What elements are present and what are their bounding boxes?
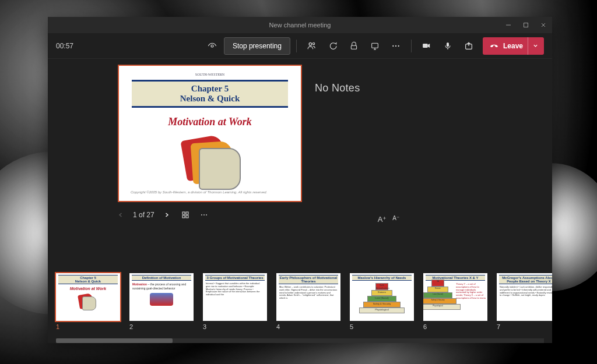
- thumbnail-strip: Chapter 5Nelson & QuickMotivation at Wor…: [48, 270, 552, 343]
- chat-icon[interactable]: [324, 37, 342, 55]
- thumb-body: Max Weber – work contributes to salvatio…: [276, 284, 340, 302]
- svg-point-7: [395, 45, 396, 46]
- slide-more-button[interactable]: [198, 208, 210, 221]
- thumbnail-number: 7: [497, 323, 552, 330]
- thumbnail[interactable]: Motivational Theories X & YPhysiological…: [423, 273, 487, 330]
- thumbnail-number: 1: [56, 323, 120, 330]
- thumbnail-number: 4: [276, 323, 340, 330]
- slide-title: Motivation at Work: [124, 116, 296, 128]
- svg-point-18: [206, 214, 207, 215]
- svg-point-1: [211, 45, 213, 47]
- thumbnail-slide: 3 Groups of Motivational TheoriesInterna…: [203, 273, 267, 321]
- thumb-body: Internal • Suggest that variables within…: [203, 281, 267, 298]
- svg-point-6: [392, 45, 394, 46]
- chapter-line2: Nelson & Quick: [132, 94, 288, 104]
- thumb-band: Definition of Motivation: [132, 275, 191, 281]
- svg-rect-12: [182, 212, 185, 214]
- reactions-icon[interactable]: [345, 37, 363, 55]
- privacy-shield-icon[interactable]: [203, 37, 222, 55]
- svg-point-16: [201, 214, 202, 215]
- svg-rect-15: [186, 215, 188, 218]
- maximize-button[interactable]: [517, 17, 535, 33]
- leave-caret[interactable]: [528, 37, 538, 55]
- svg-point-2: [310, 43, 312, 45]
- rooms-icon[interactable]: [366, 37, 384, 55]
- camera-icon[interactable]: [417, 37, 436, 55]
- thumbnail[interactable]: Maslow's Hierarchy of NeedsPhysiological…: [350, 273, 414, 330]
- thumb-body: Motivation – the process of arousing and…: [129, 281, 194, 292]
- slide-nav: 1 of 27: [114, 206, 292, 224]
- pyramid-graphic: PhysiologicalSafety & SecurityLove (Soci…: [359, 283, 405, 313]
- divider: [411, 40, 412, 52]
- thumb-band: McGregor's Assumptions About People Base…: [499, 275, 552, 284]
- slide-copyright: Copyright ©2005 by South-Western, a divi…: [131, 190, 267, 194]
- chapter-band: Chapter 5 Nelson & Quick: [132, 80, 288, 108]
- thumbnail-number: 3: [203, 323, 267, 330]
- microphone-icon[interactable]: [438, 37, 457, 55]
- thumb-body: Theory Y – a set of assumptions of how t…: [455, 281, 487, 302]
- font-increase-button[interactable]: A⁺: [378, 215, 387, 224]
- stop-presenting-button[interactable]: Stop presenting: [224, 37, 290, 55]
- notes-font-controls: A⁺ A⁻: [378, 215, 399, 224]
- pyramid-graphic: PhysiologicalSafety & SecurityLove (Soci…: [424, 283, 451, 310]
- thumb-body: Naturally indolent • Lack ambition, disl…: [497, 284, 552, 299]
- notes-pane: No Notes: [297, 59, 552, 270]
- thumb-band: Chapter 5Nelson & Quick: [58, 275, 118, 284]
- content-area: SOUTH-WESTERN Chapter 5 Nelson & Quick M…: [48, 59, 552, 270]
- grid-view-button[interactable]: [179, 208, 192, 221]
- slide-counter: 1 of 27: [133, 211, 154, 219]
- more-actions-icon[interactable]: [387, 37, 405, 55]
- divider: [296, 40, 297, 52]
- chapter-line1: Chapter 5: [132, 84, 288, 94]
- thumbnail-slide: Maslow's Hierarchy of NeedsPhysiological…: [350, 273, 414, 321]
- hangup-icon: [490, 41, 498, 50]
- svg-point-8: [398, 45, 399, 46]
- leave-button[interactable]: Leave: [483, 37, 544, 55]
- close-button[interactable]: [535, 17, 552, 33]
- presenter-pane: SOUTH-WESTERN Chapter 5 Nelson & Quick M…: [48, 59, 297, 270]
- thumbnail-number: 2: [129, 323, 194, 330]
- slide-graphic: [178, 133, 242, 189]
- publisher-label: SOUTH-WESTERN: [124, 73, 296, 76]
- meeting-toolbar: 00:57 Stop presenting: [48, 33, 552, 59]
- thumbnail-slide: Definition of MotivationMotivation – the…: [129, 273, 194, 321]
- thumbnail-scrollbar-thumb[interactable]: [56, 338, 173, 343]
- minimize-button[interactable]: [500, 17, 517, 33]
- thumbnail[interactable]: Chapter 5Nelson & QuickMotivation at Wor…: [56, 273, 120, 330]
- thumbnail[interactable]: 3 Groups of Motivational TheoriesInterna…: [203, 273, 267, 330]
- svg-rect-0: [524, 23, 528, 27]
- svg-rect-10: [447, 43, 449, 47]
- participants-icon[interactable]: [303, 37, 321, 55]
- thumbnail-slide: Motivational Theories X & YPhysiological…: [423, 273, 487, 321]
- font-decrease-button[interactable]: A⁻: [392, 215, 399, 224]
- thumbnail-slide: Early Philosophers of Motivational Theor…: [276, 273, 340, 321]
- svg-point-3: [313, 43, 315, 44]
- thumbnail-slide: McGregor's Assumptions About People Base…: [497, 273, 552, 321]
- thumbnail-slide: Chapter 5Nelson & QuickMotivation at Wor…: [56, 273, 120, 321]
- share-icon[interactable]: [459, 37, 478, 55]
- next-slide-button[interactable]: [160, 208, 173, 221]
- thumb-band: Early Philosophers of Motivational Theor…: [279, 275, 338, 284]
- thumbnail[interactable]: Definition of MotivationMotivation – the…: [129, 273, 194, 330]
- current-slide[interactable]: SOUTH-WESTERN Chapter 5 Nelson & Quick M…: [118, 65, 302, 202]
- thumb-title: Motivation at Work: [56, 287, 120, 291]
- titlebar: New channel meeting: [48, 17, 552, 33]
- prev-slide-button[interactable]: [114, 208, 127, 221]
- svg-rect-4: [351, 45, 356, 49]
- svg-rect-5: [372, 43, 378, 48]
- teams-meeting-window: New channel meeting 00:57 Stop presentin…: [48, 17, 552, 343]
- svg-rect-13: [186, 212, 188, 214]
- window-title: New channel meeting: [269, 22, 331, 29]
- thumbnail-scrollbar[interactable]: [56, 338, 544, 343]
- svg-point-17: [203, 214, 205, 215]
- no-notes-label: No Notes: [315, 82, 552, 94]
- window-controls: [500, 17, 552, 33]
- thumb-band: 3 Groups of Motivational Theories: [205, 275, 265, 281]
- thumb-band: Maslow's Hierarchy of Needs: [352, 275, 412, 281]
- thumbnail[interactable]: Early Philosophers of Motivational Theor…: [276, 273, 340, 330]
- svg-rect-14: [182, 215, 185, 218]
- svg-rect-9: [423, 44, 429, 48]
- thumbnail-number: 5: [350, 323, 414, 330]
- leave-label: Leave: [503, 42, 523, 50]
- thumbnail[interactable]: McGregor's Assumptions About People Base…: [497, 273, 552, 330]
